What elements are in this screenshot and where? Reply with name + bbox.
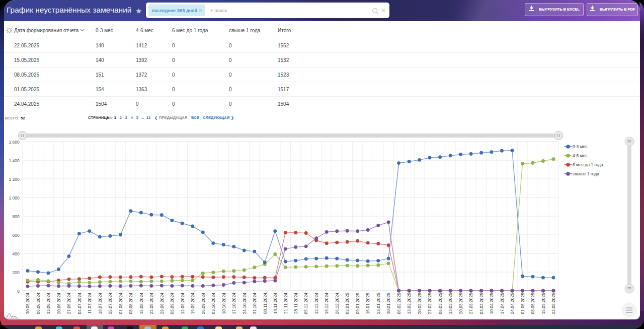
svg-text:600: 600 (13, 233, 20, 238)
svg-text:12.12.2024: 12.12.2024 (314, 293, 319, 314)
svg-text:19.12.2024: 19.12.2024 (324, 293, 329, 314)
svg-text:14.11.2024: 14.11.2024 (273, 293, 278, 314)
svg-text:08.08.2024: 08.08.2024 (128, 293, 133, 314)
svg-text:0: 0 (17, 289, 20, 294)
svg-text:400: 400 (13, 251, 20, 256)
svg-text:26.09.2024: 26.09.2024 (201, 293, 206, 314)
svg-text:01.05.2025: 01.05.2025 (520, 293, 525, 314)
svg-text:03.10.2024: 03.10.2024 (211, 293, 216, 314)
svg-text:03.04.2025: 03.04.2025 (479, 293, 484, 314)
svg-text:15.08.2024: 15.08.2024 (139, 293, 144, 314)
svg-text:01.08.2024: 01.08.2024 (118, 293, 123, 314)
svg-text:13.03.2025: 13.03.2025 (448, 293, 453, 314)
svg-text:26.12.2024: 26.12.2024 (335, 293, 340, 314)
svg-text:30.01.2025: 30.01.2025 (386, 293, 391, 314)
svg-text:25.07.2024: 25.07.2024 (108, 293, 113, 314)
svg-text:1 600: 1 600 (9, 140, 20, 145)
svg-text:02.01.2025: 02.01.2025 (345, 293, 350, 314)
svg-text:4-6 мес: 4-6 мес (573, 153, 588, 158)
svg-text:05.09.2024: 05.09.2024 (170, 293, 175, 314)
svg-text:22.05.2025: 22.05.2025 (551, 293, 556, 314)
svg-text:15.05.2025: 15.05.2025 (541, 293, 546, 314)
svg-text:27.03.2025: 27.03.2025 (468, 293, 473, 314)
svg-text:6 мес до 1 года: 6 мес до 1 года (573, 162, 603, 167)
svg-text:1 400: 1 400 (9, 158, 20, 163)
svg-text:21.11.2024: 21.11.2024 (283, 293, 288, 314)
svg-text:30.05.2024: 30.05.2024 (25, 293, 30, 314)
svg-text:20.02.2025: 20.02.2025 (417, 293, 422, 314)
svg-text:12.09.2024: 12.09.2024 (180, 293, 185, 314)
svg-text:19.09.2024: 19.09.2024 (190, 293, 195, 314)
svg-text:18.07.2024: 18.07.2024 (98, 293, 103, 314)
svg-text:24.04.2025: 24.04.2025 (510, 293, 515, 314)
svg-text:свыше 1 года: свыше 1 года (573, 171, 599, 176)
svg-text:17.04.2025: 17.04.2025 (500, 293, 505, 314)
svg-text:24.10.2024: 24.10.2024 (242, 293, 247, 314)
svg-text:31.10.2024: 31.10.2024 (252, 293, 257, 314)
svg-text:23.01.2025: 23.01.2025 (376, 293, 381, 314)
svg-text:08.11.2024: 08.11.2024 (263, 293, 268, 314)
svg-text:11.07.2024: 11.07.2024 (87, 293, 92, 314)
svg-text:04.07.2024: 04.07.2024 (77, 293, 82, 314)
svg-text:20.06.2024: 20.06.2024 (56, 293, 61, 314)
svg-text:13.02.2025: 13.02.2025 (407, 293, 412, 314)
svg-text:1 200: 1 200 (9, 177, 20, 182)
svg-text:0-3 мес: 0-3 мес (573, 144, 588, 149)
svg-text:10.10.2024: 10.10.2024 (221, 293, 226, 314)
svg-text:28.11.2024: 28.11.2024 (293, 293, 298, 314)
svg-text:27.06.2024: 27.06.2024 (66, 293, 71, 314)
svg-text:200: 200 (13, 270, 20, 275)
svg-text:16.01.2025: 16.01.2025 (365, 293, 370, 314)
svg-text:06.02.2025: 06.02.2025 (396, 293, 401, 314)
svg-text:29.08.2024: 29.08.2024 (159, 293, 165, 314)
svg-text:09.01.2025: 09.01.2025 (355, 293, 360, 314)
svg-text:13.06.2024: 13.06.2024 (46, 293, 51, 314)
svg-text:05.12.2024: 05.12.2024 (303, 293, 308, 314)
svg-text:17.10.2024: 17.10.2024 (231, 293, 236, 314)
svg-text:27.02.2025: 27.02.2025 (427, 293, 432, 314)
svg-text:20.03.2025: 20.03.2025 (458, 293, 463, 314)
svg-text:06.03.2025: 06.03.2025 (438, 293, 443, 314)
svg-text:06.06.2024: 06.06.2024 (36, 293, 41, 314)
svg-text:1 000: 1 000 (9, 195, 20, 201)
svg-text:22.08.2024: 22.08.2024 (149, 293, 154, 314)
svg-text:800: 800 (13, 214, 20, 219)
svg-text:08.05.2025: 08.05.2025 (530, 293, 535, 314)
svg-text:10.04.2025: 10.04.2025 (489, 293, 494, 314)
